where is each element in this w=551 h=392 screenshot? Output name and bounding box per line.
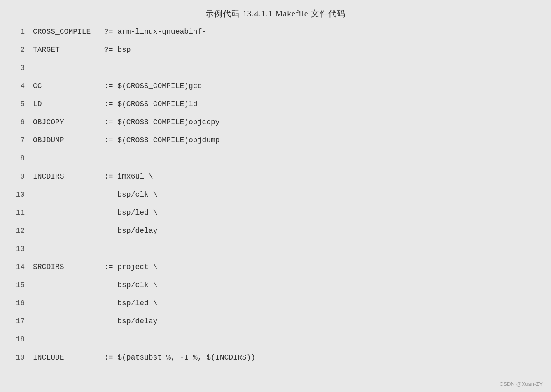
line-number: 5 xyxy=(12,100,33,108)
line-number: 12 xyxy=(12,227,33,235)
line-number: 10 xyxy=(12,190,33,199)
line-content: OBJCOPY := $(CROSS_COMPILE)objcopy xyxy=(33,118,539,126)
line-number: 7 xyxy=(12,136,33,144)
code-line: 19INCLUDE := $(patsubst %, -I %, $(INCDI… xyxy=(12,353,539,371)
watermark: CSDN @Xuan-ZY xyxy=(500,381,543,387)
code-line: 18 xyxy=(12,334,539,353)
code-line: 11 bsp/led \ xyxy=(12,208,539,226)
line-number: 13 xyxy=(12,245,33,253)
code-line: 9INCDIRS := imx6ul \ xyxy=(12,172,539,190)
line-number: 2 xyxy=(12,46,33,54)
line-number: 14 xyxy=(12,263,33,271)
line-number: 17 xyxy=(12,317,33,325)
line-content: bsp/led \ xyxy=(33,209,539,217)
code-line: 6OBJCOPY := $(CROSS_COMPILE)objcopy xyxy=(12,117,539,135)
code-line: 15 bsp/clk \ xyxy=(12,280,539,298)
code-line: 7OBJDUMP := $(CROSS_COMPILE)objdump xyxy=(12,135,539,153)
line-content: LD := $(CROSS_COMPILE)ld xyxy=(33,100,539,108)
line-number: 11 xyxy=(12,209,33,217)
code-line: 10 bsp/clk \ xyxy=(12,190,539,208)
code-line: 2TARGET ?= bsp xyxy=(12,45,539,63)
line-number: 9 xyxy=(12,172,33,181)
line-number: 19 xyxy=(12,353,33,362)
code-line: 17 bsp/delay xyxy=(12,316,539,334)
page-title: 示例代码 13.4.1.1 Makefile 文件代码 xyxy=(12,8,539,19)
code-line: 16 bsp/led \ xyxy=(12,298,539,316)
line-content: CC := $(CROSS_COMPILE)gcc xyxy=(33,82,539,90)
line-number: 8 xyxy=(12,154,33,162)
line-content: SRCDIRS := project \ xyxy=(33,263,539,271)
line-content: INCLUDE := $(patsubst %, -I %, $(INCDIRS… xyxy=(33,353,539,362)
code-line: 3 xyxy=(12,63,539,81)
code-line: 5LD := $(CROSS_COMPILE)ld xyxy=(12,99,539,117)
line-number: 6 xyxy=(12,118,33,126)
code-line: 1CROSS_COMPILE ?= arm-linux-gnueabihf- xyxy=(12,27,539,45)
line-content: bsp/clk \ xyxy=(33,190,539,199)
line-number: 15 xyxy=(12,281,33,289)
line-number: 18 xyxy=(12,335,33,343)
code-line: 4CC := $(CROSS_COMPILE)gcc xyxy=(12,81,539,99)
code-line: 12 bsp/delay xyxy=(12,226,539,244)
code-line: 13 xyxy=(12,244,539,262)
line-content: bsp/delay xyxy=(33,317,539,325)
line-number: 1 xyxy=(12,28,33,36)
line-content: CROSS_COMPILE ?= arm-linux-gnueabihf- xyxy=(33,28,539,36)
line-content: bsp/clk \ xyxy=(33,281,539,289)
line-content: bsp/led \ xyxy=(33,299,539,307)
line-content: OBJDUMP := $(CROSS_COMPILE)objdump xyxy=(33,136,539,144)
page-container: 示例代码 13.4.1.1 Makefile 文件代码 1CROSS_COMPI… xyxy=(0,0,551,392)
line-content: bsp/delay xyxy=(33,227,539,235)
line-number: 3 xyxy=(12,64,33,72)
code-line: 14SRCDIRS := project \ xyxy=(12,262,539,280)
code-block: 1CROSS_COMPILE ?= arm-linux-gnueabihf-2T… xyxy=(12,27,539,371)
line-content: TARGET ?= bsp xyxy=(33,46,539,54)
code-line: 8 xyxy=(12,153,539,172)
line-number: 4 xyxy=(12,82,33,90)
line-content: INCDIRS := imx6ul \ xyxy=(33,172,539,181)
line-number: 16 xyxy=(12,299,33,307)
